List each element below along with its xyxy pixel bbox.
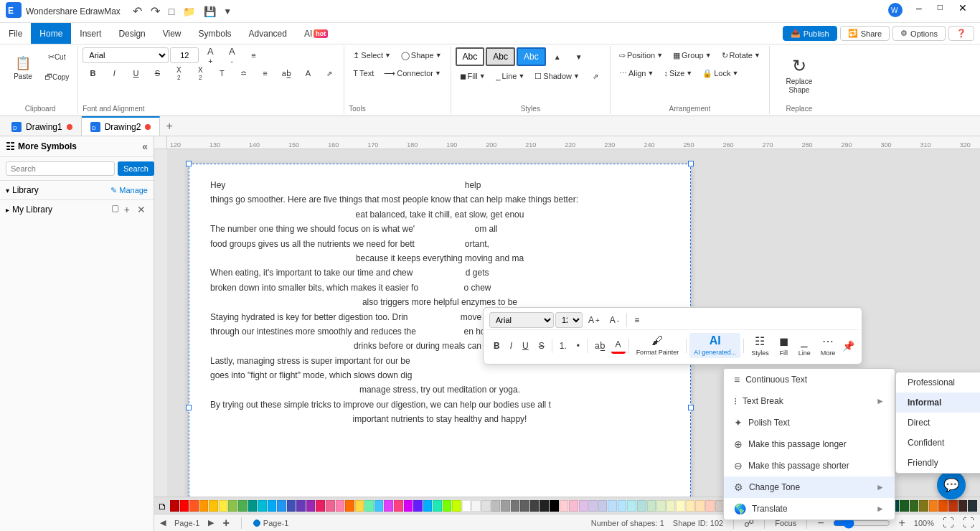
color-swatch-40[interactable] [560,500,569,512]
color-swatch-80[interactable] [948,500,958,512]
color-swatch-12[interactable] [287,500,296,512]
underline-btn[interactable]: U [126,65,146,81]
search-btn[interactable]: Search [118,161,154,176]
tab-add-btn[interactable]: + [160,116,178,136]
color-swatch-41[interactable] [569,500,578,512]
sidebar-collapse-btn[interactable]: « [142,141,148,152]
page-nav-next-btn[interactable]: ▶ [208,518,214,527]
font-expand-btn[interactable]: ⇗ [319,65,339,81]
menu-home[interactable]: Home [31,23,71,44]
float-format-painter[interactable]: 🖌 Format Painter [632,333,684,358]
color-swatch-75[interactable] [900,500,909,512]
color-swatch-55[interactable] [705,500,715,512]
lock-btn[interactable]: 🔒 Lock ▼ [698,65,743,81]
share-btn[interactable]: 🔁 Share [840,26,890,41]
line-style-btn[interactable]: ⎯ Line ▼ [491,68,529,84]
handle-tr[interactable] [688,161,694,166]
float-font-family[interactable]: Arial [489,312,554,328]
ctx-text-break[interactable]: ⁝ Text Break ► [724,390,895,412]
copy-btn[interactable]: 🗗 Copy [40,67,73,86]
library-close-btn[interactable]: ✕ [135,203,148,216]
line-spacing-btn[interactable]: ≏ [233,65,253,81]
handle-ml[interactable] [186,405,192,410]
avatar-btn[interactable]: W [883,1,908,22]
italic-btn[interactable]: I [104,65,124,81]
color-swatch-44[interactable] [598,500,608,512]
color-swatch-38[interactable] [540,500,549,512]
style-scroll-down[interactable]: ▼ [569,50,589,63]
open-btn[interactable]: 📁 [179,4,199,19]
styles-expand-btn[interactable]: ⇗ [585,68,606,84]
float-highlight[interactable]: ab̲ [590,339,610,353]
ai-chat-btn[interactable]: 💬 [937,471,966,499]
options-btn[interactable]: ⚙ Options [892,26,946,41]
close-btn[interactable]: ✕ [951,1,974,22]
color-swatch-1[interactable] [180,500,189,512]
menu-view[interactable]: View [154,23,190,44]
color-swatch-30[interactable] [462,500,471,512]
handle-tl[interactable] [186,161,192,166]
color-swatch-15[interactable] [316,500,325,512]
color-swatch-78[interactable] [929,500,938,512]
undo-btn[interactable]: ↶ [129,3,146,19]
float-more-btn[interactable]: ⋯ More [816,333,840,358]
fill-color-btn[interactable]: ab̲ [276,65,296,81]
ctx-make-shorter[interactable]: ⊖ Make this passage shorter [724,455,895,476]
submenu-professional[interactable]: Professional [896,372,980,393]
position-btn[interactable]: ⇨ Position ▼ [615,47,667,63]
subscript-btn[interactable]: X2 [190,65,210,81]
bold-btn[interactable]: B [83,65,103,81]
cut-btn[interactable]: ✂ Cut [40,47,73,66]
color-swatch-19[interactable] [355,500,364,512]
color-swatch-2[interactable] [189,500,199,512]
ctx-polish-text[interactable]: ✦ Polish Text [724,412,895,433]
style-box-1[interactable]: Abc [456,47,485,66]
color-swatch-0[interactable] [170,500,179,512]
color-swatch-82[interactable] [968,500,977,512]
color-swatch-9[interactable] [258,500,267,512]
color-swatch-51[interactable] [666,500,676,512]
submenu-confident[interactable]: Confident [896,433,980,453]
menu-advanced[interactable]: Advanced [240,23,296,44]
color-swatch-21[interactable] [374,500,384,512]
menu-ai[interactable]: AI hot [296,23,336,44]
font-color-btn[interactable]: A [298,65,318,81]
align-btn[interactable]: ⋯ Align ▼ [615,65,658,81]
color-swatch-18[interactable] [345,500,354,512]
menu-design[interactable]: Design [110,23,154,44]
ctx-change-tone[interactable]: ⚙ Change Tone ► [724,476,895,498]
color-swatch-27[interactable] [433,500,442,512]
tab-drawing1[interactable]: D Drawing1 [3,116,82,136]
color-swatch-54[interactable] [695,500,705,512]
float-strike[interactable]: S [534,339,549,353]
submenu-direct[interactable]: Direct [896,413,980,433]
page-nav-prev-btn[interactable]: ◀ [160,518,166,527]
color-swatch-4[interactable] [209,500,218,512]
color-swatch-6[interactable] [228,500,237,512]
alignment-btn[interactable]: ≡ [243,47,263,63]
float-list-num[interactable]: 1. [555,339,571,353]
menu-symbols[interactable]: Symbols [190,23,240,44]
color-swatch-8[interactable] [248,500,258,512]
strikethrough-btn[interactable]: S [147,65,167,81]
color-swatch-34[interactable] [501,500,510,512]
style-box-2[interactable]: Abc [486,47,515,66]
my-library-item[interactable]: ▸ My Library ▢ + ✕ [0,200,154,219]
color-swatch-24[interactable] [404,500,413,512]
ctx-translate[interactable]: 🌎 Translate ► [724,498,895,520]
select-btn[interactable]: ↥ Select ▼ [349,47,395,63]
redo-btn[interactable]: ↷ [147,3,164,19]
color-swatch-50[interactable] [656,500,666,512]
color-swatch-13[interactable] [296,500,306,512]
color-swatch-17[interactable] [336,500,345,512]
fill-btn[interactable]: ◼ Fill ▼ [456,68,490,84]
color-swatch-52[interactable] [676,500,685,512]
fullscreen-btn[interactable]: ⛶ [963,517,974,530]
group-btn[interactable]: ▦ Group ▼ [669,47,716,63]
color-swatch-35[interactable] [511,500,520,512]
replace-shape-btn[interactable]: ↻ Replace Shape [774,50,824,100]
manage-btn[interactable]: ✎ Manage [110,186,148,195]
fit-page-btn[interactable]: ⛶ [943,517,954,530]
color-swatch-22[interactable] [384,500,393,512]
tab-drawing2[interactable]: D Drawing2 [82,116,161,136]
